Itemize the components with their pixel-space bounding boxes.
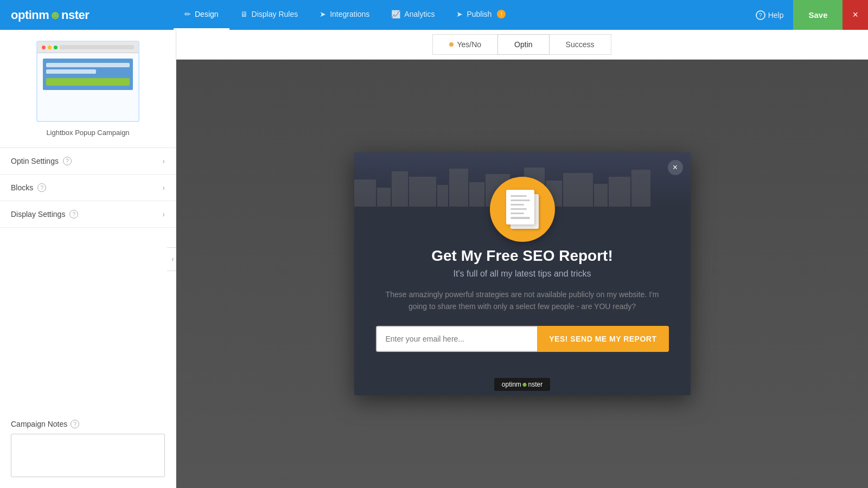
nav-right-section: ? Help Save × [746, 0, 868, 30]
nav-tab-analytics[interactable]: 📈 Analytics [380, 0, 445, 30]
sidebar-item-blocks[interactable]: Blocks ? › [0, 175, 176, 201]
preview-popup [43, 59, 133, 90]
browser-dot-green [54, 46, 58, 49]
browser-dot-yellow [48, 46, 52, 49]
chart-icon: 📈 [391, 10, 400, 18]
nav-tabs: ✏ Design 🖥 Display Rules ➤ Integrations … [174, 0, 746, 30]
popup-modal: × [354, 152, 691, 396]
sidebar-menu: Optin Settings ? › Blocks ? › Display Se… [0, 148, 176, 411]
logo-text: optinm☻nster [11, 8, 89, 22]
brand-logo: optinm☻nster [0, 0, 174, 30]
url-bar [60, 45, 134, 49]
powered-by-badge: optinm☻nster [494, 378, 550, 391]
help-circle-icon: ? [756, 10, 765, 20]
tab-optin[interactable]: Optin [497, 34, 549, 55]
campaign-name: Lightbox Popup Campaign [46, 129, 129, 137]
tab-bar: Yes/No Optin Success [176, 30, 868, 60]
campaign-notes-label: Campaign Notes ? [11, 420, 165, 428]
blocks-help-icon[interactable]: ? [37, 183, 46, 192]
tab-yesno[interactable]: Yes/No [432, 34, 498, 55]
help-button[interactable]: ? Help [746, 0, 794, 30]
preview-content [37, 53, 138, 95]
optin-settings-chevron: › [162, 157, 165, 165]
cta-button[interactable]: YES! SEND ME MY REPORT [537, 326, 668, 352]
preview-button [46, 78, 130, 86]
close-button[interactable]: × [843, 0, 868, 30]
popup-subtitle: It's full of all my latest tips and tric… [376, 269, 669, 279]
popup-body: Get My Free SEO Report! It's full of all… [354, 247, 691, 369]
sidebar-item-optin-settings[interactable]: Optin Settings ? › [0, 148, 176, 175]
preview-line-2 [46, 69, 96, 74]
powered-logo: optinm☻nster [502, 381, 542, 388]
monitor-icon: 🖥 [240, 10, 248, 18]
blocks-chevron: › [162, 183, 165, 192]
popup-title: Get My Free SEO Report! [376, 247, 669, 265]
nav-tab-design[interactable]: ✏ Design [174, 0, 229, 30]
nav-tab-display-rules[interactable]: 🖥 Display Rules [229, 0, 309, 30]
display-settings-help-icon[interactable]: ? [69, 210, 78, 219]
browser-dot-red [42, 46, 46, 49]
optin-settings-help-icon[interactable]: ? [63, 157, 72, 165]
campaign-notes-section: Campaign Notes ? [0, 411, 176, 488]
popup-icon-wrapper [354, 177, 691, 242]
canvas-area: × [176, 60, 868, 488]
publish-icon: ➤ [456, 10, 463, 18]
main-content: Yes/No Optin Success × [176, 30, 868, 488]
display-settings-chevron: › [162, 210, 165, 219]
notes-textarea[interactable] [11, 434, 165, 477]
preview-line-1 [46, 63, 130, 67]
browser-bar [37, 42, 138, 53]
popup-description: These amazingly powerful strategies are … [376, 288, 669, 313]
sidebar-item-display-settings[interactable]: Display Settings ? › [0, 201, 176, 228]
nav-tab-integrations[interactable]: ➤ Integrations [309, 0, 380, 30]
popup-footer: optinm☻nster [354, 378, 691, 395]
popup-close-button[interactable]: × [668, 160, 683, 175]
popup-form: YES! SEND ME MY REPORT [376, 326, 669, 352]
campaign-preview: Lightbox Popup Campaign [0, 30, 176, 148]
doc-front [506, 190, 534, 224]
save-button[interactable]: Save [793, 0, 843, 30]
main-layout: Lightbox Popup Campaign Optin Settings ?… [0, 30, 868, 488]
nav-tab-publish[interactable]: ➤ Publish ! [445, 0, 516, 30]
publish-badge: ! [497, 10, 506, 18]
popup-icon-circle [490, 177, 555, 242]
top-navigation: optinm☻nster ✏ Design 🖥 Display Rules ➤ … [0, 0, 868, 30]
yesno-dot [449, 42, 454, 47]
campaign-thumbnail [36, 41, 139, 122]
sidebar: Lightbox Popup Campaign Optin Settings ?… [0, 30, 176, 488]
tab-success[interactable]: Success [549, 34, 611, 55]
document-icon [506, 190, 539, 229]
pencil-icon: ✏ [184, 10, 191, 18]
sidebar-toggle[interactable]: ‹ [167, 247, 176, 271]
notes-help-icon[interactable]: ? [71, 420, 79, 428]
send-icon: ➤ [320, 10, 326, 18]
email-input[interactable] [376, 326, 538, 352]
